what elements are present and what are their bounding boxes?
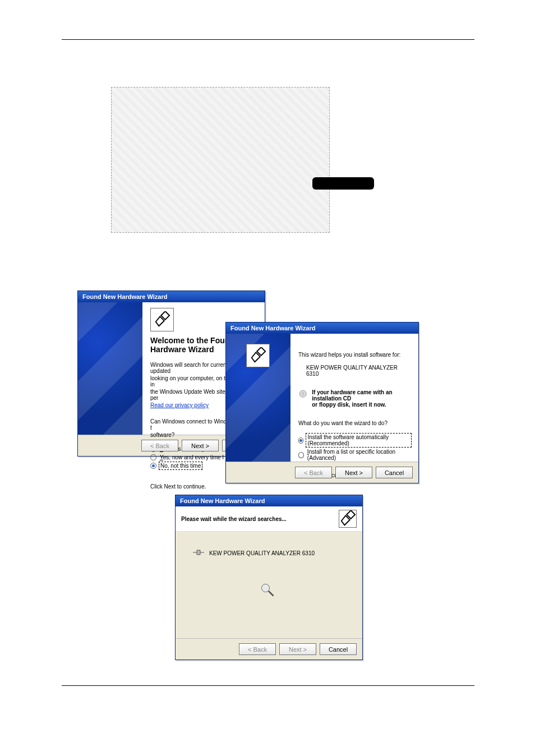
cancel-button[interactable]: Cancel (320, 643, 357, 655)
helps-line: This wizard helps you install software f… (298, 352, 411, 358)
radio-install-list-label: Install from a list or specific location… (307, 449, 411, 461)
back-button: < Back (141, 440, 178, 451)
magnifier-icon (260, 582, 275, 598)
continue-hint: Click Next to continue. (150, 483, 257, 490)
cd-instruction-l1: If your hardware came with an installati… (312, 389, 411, 402)
dialog-titlebar[interactable]: Found New Hardware Wizard (176, 495, 362, 506)
welcome-heading-line2: Hardware Wizard (150, 345, 214, 354)
next-button[interactable]: Next > (335, 467, 372, 478)
dialog-titlebar[interactable]: Found New Hardware Wizard (226, 322, 418, 334)
back-button: < Back (239, 643, 276, 655)
dialog-button-row: < Back Next > Cancel (176, 638, 362, 660)
privacy-policy-link[interactable]: Read our privacy policy (150, 402, 209, 408)
svg-point-1 (302, 393, 303, 394)
svg-point-2 (262, 584, 270, 592)
wizard-side-graphic (78, 302, 142, 435)
usb-cable-illustration (312, 177, 374, 190)
searching-heading: Please wait while the wizard searches... (181, 516, 287, 522)
hardware-icon (339, 510, 357, 528)
what-do-question: What do you want the wizard to do? (298, 420, 411, 426)
radio-icon (298, 452, 304, 458)
cd-instruction-l2: or floppy disk, insert it now. (312, 402, 411, 408)
back-button: < Back (295, 467, 332, 478)
searching-device-name: KEW POWER QUALITY ANALYZER 6310 (209, 550, 315, 556)
device-illustration (111, 87, 330, 233)
device-name: KEW POWER QUALITY ANALYZER 6310 (298, 365, 411, 377)
next-button[interactable]: Next > (182, 440, 219, 451)
radio-icon (150, 463, 156, 469)
wizard-side-graphic (226, 334, 290, 462)
page-footer-rule (62, 685, 474, 686)
page-header-rule (62, 39, 474, 40)
radio-install-list[interactable]: Install from a list or specific location… (298, 449, 411, 461)
dialog-titlebar[interactable]: Found New Hardware Wizard (78, 291, 265, 302)
cancel-button[interactable]: Cancel (376, 467, 413, 478)
cd-icon (298, 389, 307, 400)
svg-line-3 (269, 591, 274, 596)
next-button: Next > (279, 643, 316, 655)
radio-install-auto-label: Install the software automatically (Reco… (307, 434, 411, 446)
radio-icon (150, 454, 156, 460)
radio-icon (298, 437, 303, 444)
hardware-icon (150, 308, 174, 331)
wizard-searching-dialog: Found New Hardware Wizard Please wait wh… (175, 495, 363, 660)
hardware-icon (246, 344, 270, 367)
radio-no-label: No, not this time (160, 463, 201, 469)
wizard-install-dialog: Found New Hardware Wizard This wizard he… (225, 322, 419, 483)
radio-install-auto[interactable]: Install the software automatically (Reco… (298, 434, 411, 446)
connector-icon (192, 548, 205, 557)
